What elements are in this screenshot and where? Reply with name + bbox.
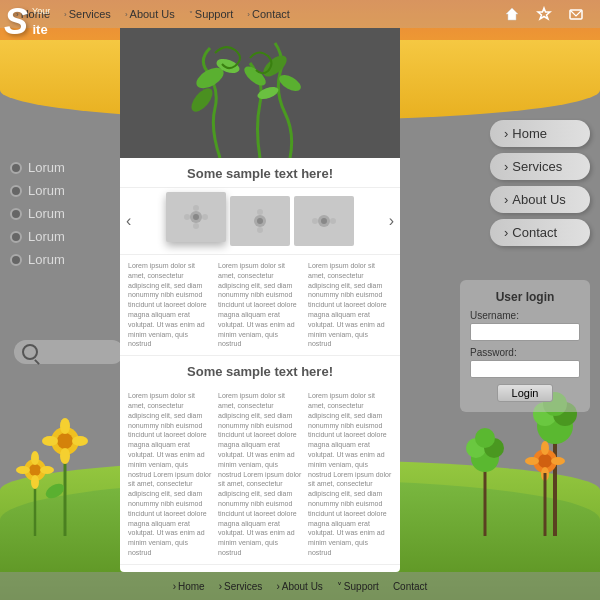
svg-point-28 (60, 418, 70, 434)
svg-point-38 (16, 466, 30, 474)
next-arrow[interactable]: › (389, 212, 394, 230)
sidebar-label-4: Lorum (28, 229, 65, 244)
right-nav-home[interactable]: › Home (490, 120, 590, 147)
sidebar-item-2[interactable]: Lorum (10, 183, 65, 198)
sidebar-item-3[interactable]: Lorum (10, 206, 65, 221)
svg-point-19 (257, 209, 263, 215)
right-nav-services-arrow: › (504, 159, 508, 174)
content-row-1: Lorem ipsum dolor sit amet, consectetur … (128, 261, 392, 349)
svg-point-47 (541, 441, 549, 455)
content-text-3: Lorem ipsum dolor sit amet, consectetur … (308, 261, 392, 349)
right-nav-contact-arrow: › (504, 225, 508, 240)
content-col-6: Lorem ipsum dolor sit amet, consectetur … (308, 391, 392, 558)
bottom-nav-services-arrow: › (219, 581, 222, 592)
main-panel: Some sample text here! ‹ (120, 28, 400, 572)
sidebar-item-5[interactable]: Lorum (10, 252, 65, 267)
bottom-nav-support[interactable]: ˅ Support (331, 579, 385, 594)
star-icon-btn[interactable] (530, 0, 558, 28)
nav-contact[interactable]: › Contact (241, 6, 296, 22)
nav-support[interactable]: ˅ Support (183, 6, 240, 22)
sidebar-item-1[interactable]: Lorum (10, 160, 65, 175)
sidebar-label-5: Lorum (28, 252, 65, 267)
thumbnail-3[interactable] (294, 196, 354, 246)
search-bar[interactable] (14, 340, 124, 364)
logo-s: S (4, 1, 28, 42)
svg-point-30 (42, 436, 58, 446)
svg-point-22 (321, 218, 327, 224)
nav-about-arrow: › (125, 10, 128, 19)
svg-point-15 (184, 214, 190, 220)
svg-point-12 (193, 214, 199, 220)
bullet-4 (10, 231, 22, 243)
bullet-3 (10, 208, 22, 220)
bottom-nav-about[interactable]: › About Us (270, 579, 328, 594)
svg-point-16 (202, 214, 208, 220)
right-nav-contact[interactable]: › Contact (490, 219, 590, 246)
bottom-navigation: › Home › Services › About Us ˅ Support C… (0, 572, 600, 600)
content-text-6: Lorem ipsum dolor sit amet, consectetur … (308, 391, 392, 558)
content-col-2: Lorem ipsum dolor sit amet, consectetur … (218, 261, 302, 349)
svg-point-35 (29, 464, 41, 476)
username-input[interactable] (470, 323, 580, 341)
nav-contact-label: Contact (252, 8, 290, 20)
svg-point-18 (257, 218, 263, 224)
thumbnails-row: ‹ (120, 188, 400, 255)
sidebar-item-4[interactable]: Lorum (10, 229, 65, 244)
content-text-2: Lorem ipsum dolor sit amet, consectetur … (218, 261, 302, 349)
bottom-nav-support-arrow: ˅ (337, 581, 342, 592)
content-block-2: Lorem ipsum dolor sit amet, consectetur … (120, 385, 400, 565)
svg-point-20 (257, 227, 263, 233)
svg-point-31 (72, 436, 88, 446)
svg-point-13 (193, 205, 199, 211)
bullet-2 (10, 185, 22, 197)
hero-text: Some sample text here! (120, 158, 400, 188)
sidebar-label-2: Lorum (28, 183, 65, 198)
bottom-nav-contact[interactable]: Contact (387, 579, 433, 594)
login-box: User login Username: Password: Login (460, 280, 590, 412)
bottom-nav-home[interactable]: › Home (167, 579, 211, 594)
nav-about-label: About Us (130, 8, 175, 20)
logo-site: ite (32, 22, 47, 37)
svg-point-23 (312, 218, 318, 224)
thumbnail-2[interactable] (230, 196, 290, 246)
bullet-5 (10, 254, 22, 266)
hero-area (120, 28, 400, 158)
right-nav-about-arrow: › (504, 192, 508, 207)
right-nav-services-label: Services (512, 159, 562, 174)
thumbnail-1[interactable] (166, 192, 226, 242)
site-logo[interactable]: S Your ite (4, 4, 74, 54)
right-nav-about[interactable]: › About Us (490, 186, 590, 213)
svg-point-37 (31, 475, 39, 489)
right-nav-about-label: About Us (512, 192, 565, 207)
top-nav-items: › Home › Services › About Us ˅ Support ›… (10, 6, 498, 22)
bottom-nav-about-label: About Us (282, 581, 323, 592)
home-icon-btn[interactable] (498, 0, 526, 28)
svg-point-24 (330, 218, 336, 224)
flower-left (10, 416, 90, 540)
login-button[interactable]: Login (497, 384, 554, 402)
top-navigation: › Home › Services › About Us ˅ Support ›… (0, 0, 600, 28)
login-title: User login (470, 290, 580, 304)
bottom-nav-services[interactable]: › Services (213, 579, 269, 594)
nav-support-label: Support (195, 8, 234, 20)
right-nav-services[interactable]: › Services (490, 153, 590, 180)
right-nav-home-arrow: › (504, 126, 508, 141)
nav-about[interactable]: › About Us (119, 6, 181, 22)
password-input[interactable] (470, 360, 580, 378)
content-row-2: Lorem ipsum dolor sit amet, consectetur … (128, 391, 392, 558)
svg-point-46 (538, 454, 552, 468)
right-nav-home-label: Home (512, 126, 547, 141)
content-col-3: Lorem ipsum dolor sit amet, consectetur … (308, 261, 392, 349)
prev-arrow[interactable]: ‹ (126, 212, 131, 230)
svg-marker-1 (538, 8, 550, 19)
content-block-1: Lorem ipsum dolor sit amet, consectetur … (120, 255, 400, 356)
content-col-1: Lorem ipsum dolor sit amet, consectetur … (128, 261, 212, 349)
mail-icon-btn[interactable] (562, 0, 590, 28)
content-col-4: Lorem ipsum dolor sit amet, consectetur … (128, 391, 212, 558)
svg-point-14 (193, 223, 199, 229)
nav-services-label: Services (69, 8, 111, 20)
svg-point-56 (475, 428, 495, 448)
sidebar-label-1: Lorum (28, 160, 65, 175)
svg-marker-0 (506, 8, 518, 20)
bullet-1 (10, 162, 22, 174)
